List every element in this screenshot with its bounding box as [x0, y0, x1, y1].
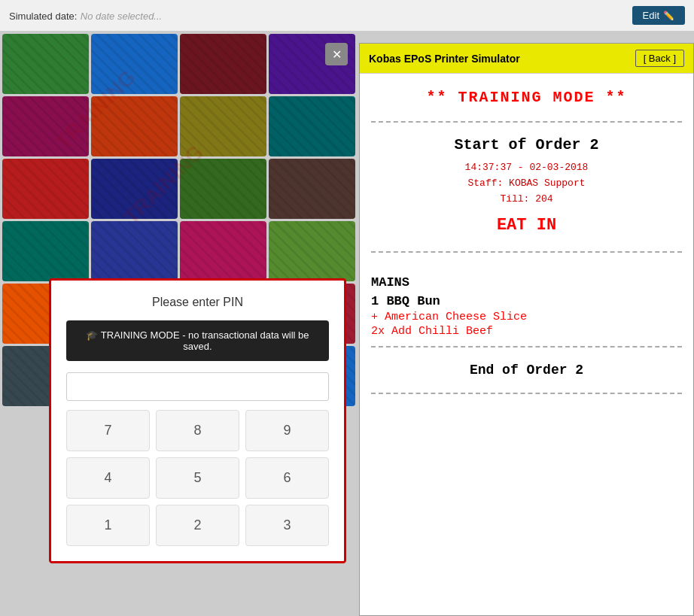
order-till: Till: 204 [371, 191, 682, 207]
pin-modal-title: Please enter PIN [66, 296, 329, 309]
pin-key-5[interactable]: 5 [156, 457, 239, 499]
top-bar: Simulated date: No date selected... Edit… [0, 0, 694, 32]
pin-key-3[interactable]: 3 [245, 505, 329, 546]
pin-key-9[interactable]: 9 [245, 410, 329, 451]
item-addon-1: + American Cheese Slice [371, 310, 682, 324]
pin-keypad: 789456123 [66, 410, 329, 546]
tile-13[interactable] [91, 221, 178, 281]
dashed-line-1 [371, 121, 682, 123]
pin-key-1[interactable]: 1 [66, 505, 150, 546]
close-icon: ✕ [332, 47, 342, 62]
tile-11[interactable] [269, 159, 355, 219]
tile-7[interactable] [269, 96, 355, 156]
dashed-line-3 [371, 346, 682, 347]
tile-10[interactable] [180, 159, 266, 219]
pin-key-2[interactable]: 2 [156, 505, 239, 546]
training-mode-text: ** TRAINING MODE ** [371, 81, 682, 114]
pencil-icon: ✏️ [663, 11, 674, 21]
tile-6[interactable] [180, 96, 266, 156]
pin-key-7[interactable]: 7 [66, 410, 150, 451]
tile-15[interactable] [269, 221, 355, 281]
tile-4[interactable] [2, 96, 89, 156]
pin-key-4[interactable]: 4 [66, 457, 150, 499]
pin-key-8[interactable]: 8 [156, 410, 239, 451]
dashed-line-2 [371, 251, 682, 253]
order-title: Start of Order 2 [371, 130, 682, 159]
simulated-date-label: Simulated date: [9, 11, 77, 22]
item-name: 1 BBQ Bun [371, 293, 682, 310]
close-button[interactable]: ✕ [325, 43, 348, 65]
tile-0[interactable] [2, 34, 89, 94]
back-button[interactable]: [ Back ] [635, 50, 684, 67]
tile-5[interactable] [91, 96, 178, 156]
tile-14[interactable] [180, 221, 266, 281]
order-time: 14:37:37 - 02-03-2018 [371, 159, 682, 175]
printer-content: ** TRAINING MODE ** Start of Order 2 14:… [360, 74, 693, 409]
tile-2[interactable] [180, 34, 266, 94]
pin-input[interactable] [66, 372, 329, 401]
tile-9[interactable] [91, 159, 178, 219]
tile-8[interactable] [2, 159, 89, 219]
dashed-line-4 [371, 393, 682, 394]
eat-in-text: EAT IN [371, 207, 682, 244]
training-banner: 🎓 TRAINING MODE - no transactional data … [66, 320, 329, 361]
tile-12[interactable] [2, 221, 89, 281]
simulated-date-area: Simulated date: No date selected... [9, 9, 162, 23]
end-order-text: End of Order 2 [371, 355, 682, 385]
tile-1[interactable] [91, 34, 178, 94]
simulated-date-value: No date selected... [81, 11, 162, 22]
order-staff: Staff: KOBAS Support [371, 175, 682, 191]
printer-title: Kobas EPoS Printer Simulator [369, 53, 520, 65]
training-banner-text: 🎓 TRAINING MODE - no transactional data … [78, 329, 318, 352]
edit-button[interactable]: Edit ✏️ [632, 6, 685, 25]
section-label: MAINS [371, 269, 682, 293]
pin-key-6[interactable]: 6 [245, 457, 329, 499]
printer-panel: Kobas EPoS Printer Simulator [ Back ] **… [359, 43, 694, 616]
pin-modal: Please enter PIN 🎓 TRAINING MODE - no tr… [49, 278, 346, 563]
item-addon-2: 2x Add Chilli Beef [371, 324, 682, 338]
printer-header: Kobas EPoS Printer Simulator [ Back ] [360, 44, 693, 74]
edit-button-label: Edit [643, 10, 659, 21]
